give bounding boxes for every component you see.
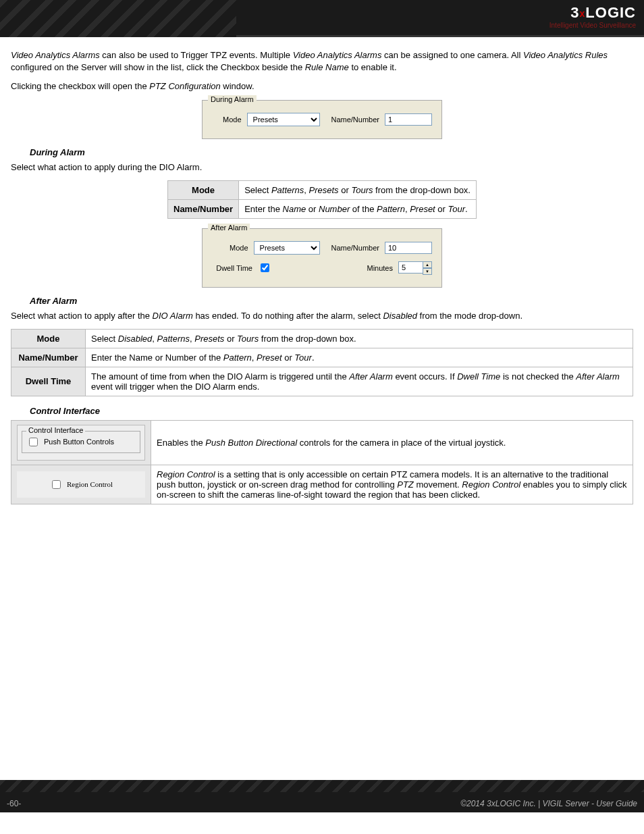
mode-label: Mode — [212, 115, 242, 124]
logo-tagline: Intelligent Video Surveillance — [549, 22, 636, 29]
text: Video Analytics Alarms — [293, 50, 382, 60]
table-cell: Select Patterns, Presets or Tours from t… — [239, 180, 477, 199]
brand-logo: 3xLOGIC Intelligent Video Surveillance — [549, 4, 636, 29]
minutes-input[interactable] — [398, 261, 423, 273]
text: Rule Name — [305, 62, 349, 72]
page-footer: -60- ©2014 3xLOGIC Inc. | VIGIL Server -… — [0, 780, 644, 812]
paragraph: Select what action to apply during the D… — [11, 161, 633, 174]
table-header: Dwell Time — [11, 367, 86, 396]
logo-text: 3 — [570, 4, 579, 21]
footer-texture — [0, 780, 644, 792]
during-alarm-heading: During Alarm — [30, 147, 633, 157]
region-control-label: Region Control — [67, 480, 113, 488]
control-interface-box: Control Interface Push Button Controls — [17, 425, 145, 461]
header-texture — [0, 0, 236, 37]
table-cell: Region Control — [11, 465, 151, 504]
text: can be assigned to one camera. All — [381, 50, 523, 60]
paragraph: Select what action to apply after the DI… — [11, 310, 633, 322]
after-alarm-heading: After Alarm — [30, 296, 633, 306]
name-number-label: Name/Number — [331, 115, 379, 124]
text: to enable it. — [349, 62, 397, 72]
name-number-input[interactable] — [385, 242, 432, 254]
text: configured on the Server will show in th… — [11, 62, 305, 72]
after-alarm-panel: After Alarm Mode Presets Name/Number Dwe… — [202, 228, 442, 288]
logo-text: LOGIC — [585, 4, 636, 21]
copyright: ©2014 3xLOGIC Inc. | VIGIL Server - User… — [460, 799, 637, 808]
paragraph: Video Analytics Alarms can also be used … — [11, 49, 633, 74]
text: Video Analytics Rules — [523, 50, 608, 60]
push-button-controls-checkbox[interactable] — [29, 438, 38, 446]
during-alarm-table: Mode Select Patterns, Presets or Tours f… — [167, 180, 477, 219]
mode-select[interactable]: Presets — [254, 241, 321, 255]
text: Video Analytics Alarms — [11, 50, 100, 60]
table-cell: Enables the Push Button Directional cont… — [151, 420, 633, 465]
table-cell: Enter the Name or Number of the Pattern,… — [239, 199, 477, 218]
logo-x: x — [580, 8, 586, 19]
spinner-down-icon[interactable]: ▼ — [423, 268, 432, 275]
region-control-checkbox[interactable] — [52, 480, 61, 489]
name-number-label: Name/Number — [331, 244, 379, 252]
table-cell: Select Disabled, Patterns, Presets or To… — [86, 329, 633, 348]
name-number-input[interactable] — [385, 113, 432, 126]
text: can also be used to Trigger TPZ events. … — [100, 50, 293, 60]
control-interface-heading: Control Interface — [30, 406, 633, 416]
minutes-label: Minutes — [367, 264, 393, 272]
page-header: 3xLOGIC Intelligent Video Surveillance — [0, 0, 644, 37]
spinner-up-icon[interactable]: ▲ — [423, 261, 432, 268]
after-alarm-table: Mode Select Disabled, Patterns, Presets … — [11, 329, 633, 396]
mode-label: Mode — [212, 244, 248, 252]
text: PTZ Configuration — [149, 81, 221, 91]
table-header: Mode — [168, 180, 239, 199]
paragraph: Clicking the checkbox will open the PTZ … — [11, 80, 633, 93]
dwell-time-label: Dwell Time — [212, 264, 252, 272]
fieldset-legend: During Alarm — [208, 95, 257, 103]
table-cell: Control Interface Push Button Controls — [11, 420, 151, 465]
table-cell: Region Control is a setting that is only… — [151, 465, 633, 504]
mode-select[interactable]: Presets — [247, 113, 321, 126]
table-cell: Enter the Name or Number of the Pattern,… — [86, 348, 633, 367]
control-interface-table: Control Interface Push Button Controls E… — [11, 420, 633, 504]
text: window. — [221, 81, 254, 91]
text: Clicking the checkbox will open the — [11, 81, 149, 91]
table-cell: The amount of time from when the DIO Ala… — [86, 367, 633, 396]
page-number: -60- — [7, 799, 21, 808]
table-header: Name/Number — [11, 348, 86, 367]
push-button-controls-label: Push Button Controls — [44, 438, 114, 446]
during-alarm-panel: During Alarm Mode Presets Name/Number — [202, 100, 442, 139]
minutes-spinner[interactable]: ▲ ▼ — [398, 261, 432, 275]
page-content: Video Analytics Alarms can also be used … — [0, 37, 644, 780]
dwell-time-checkbox[interactable] — [261, 263, 269, 272]
table-header: Name/Number — [168, 199, 239, 218]
fieldset-legend: Control Interface — [26, 426, 85, 434]
fieldset-legend: After Alarm — [208, 224, 250, 232]
table-header: Mode — [11, 329, 86, 348]
